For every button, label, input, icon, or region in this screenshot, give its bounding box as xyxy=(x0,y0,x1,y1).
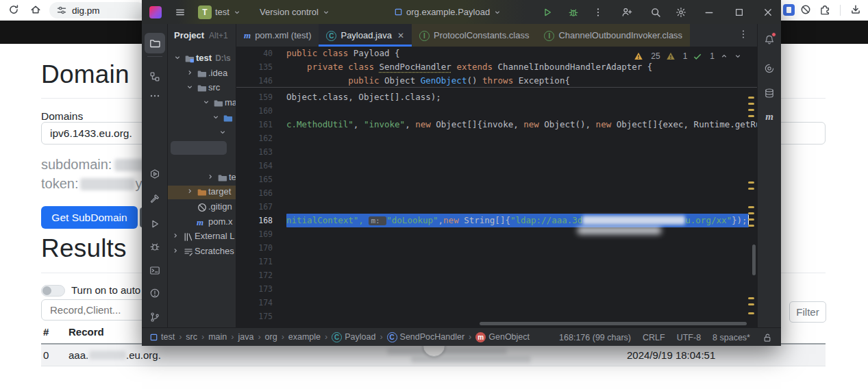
tree-item-src[interactable]: src xyxy=(168,81,236,95)
vertical-scrollbar[interactable] xyxy=(752,244,756,275)
tree-item-pom.x[interactable]: mpom.x xyxy=(168,216,236,229)
breadcrumb-item-org[interactable]: org xyxy=(265,332,277,342)
run-icon[interactable] xyxy=(542,0,553,24)
lock-open-icon[interactable] xyxy=(762,332,773,343)
site-settings-icon[interactable] xyxy=(56,5,67,16)
tree-item-.gitign[interactable]: .gitign xyxy=(168,201,236,214)
tool-ai-assistant-button[interactable] xyxy=(759,58,780,79)
tool-project-folder-button[interactable] xyxy=(145,33,165,53)
chevron-down-icon xyxy=(322,8,330,16)
tab-payload-java[interactable]: CPayload.java✕ xyxy=(319,24,412,47)
run-config-widget[interactable]: org.example.Payload xyxy=(394,0,501,24)
chevron-down-icon[interactable] xyxy=(173,53,182,62)
chevron-right-icon[interactable] xyxy=(206,173,214,181)
extensions-puzzle-icon[interactable] xyxy=(819,4,830,15)
code-area[interactable]: 159Object.class, Object[].class);160161c… xyxy=(236,47,757,327)
close-icon[interactable]: ✕ xyxy=(397,31,404,40)
tool-terminal-button[interactable] xyxy=(145,260,165,281)
prev-problem-icon[interactable] xyxy=(720,52,728,60)
breadcrumb-item-genobject[interactable]: mGenObject xyxy=(475,332,530,342)
chevron-down-icon[interactable] xyxy=(212,113,220,121)
auto-refresh-toggle[interactable] xyxy=(41,285,65,297)
breadcrumb-item-test[interactable]: test xyxy=(149,332,175,342)
main-menu-icon[interactable] xyxy=(175,0,186,24)
tree-selection[interactable] xyxy=(171,141,227,155)
breadcrumb-item-main[interactable]: main xyxy=(208,332,227,342)
status-8-spaces-[interactable]: 8 spaces* xyxy=(712,333,750,342)
tree-item-tes[interactable]: tes xyxy=(168,171,236,185)
tree-item-label: target xyxy=(208,186,231,197)
download-icon[interactable] xyxy=(850,4,861,15)
filter-button[interactable]: Filter xyxy=(789,301,826,323)
maximize-icon[interactable] xyxy=(734,0,745,24)
breadcrumb-item-payload[interactable]: CPayload xyxy=(332,332,375,342)
minimize-icon[interactable] xyxy=(704,0,715,24)
tool-git-branch-button[interactable] xyxy=(145,307,165,327)
status-crlf[interactable]: CRLF xyxy=(643,333,665,342)
tool-problems-button[interactable] xyxy=(145,283,165,303)
tree-item-target[interactable]: target xyxy=(168,186,236,199)
status-utf-8[interactable]: UTF-8 xyxy=(677,333,701,342)
tree-item-ma[interactable]: ma xyxy=(168,97,236,110)
breadcrumb-item-sendpochandler[interactable]: CSendPocHandler xyxy=(387,332,465,342)
tool-structure-button[interactable] xyxy=(145,66,165,87)
address-bar[interactable]: dig.pm xyxy=(49,2,145,18)
settings-gear-icon[interactable] xyxy=(675,0,686,24)
tree-item-row[interactable] xyxy=(168,112,236,125)
tree-item-External L[interactable]: External L xyxy=(168,230,236,244)
reload-icon[interactable] xyxy=(8,4,19,15)
close-icon[interactable] xyxy=(762,0,773,24)
editor-area[interactable]: mpom.xml (test)CPayload.java✕IProtocolCo… xyxy=(236,24,757,327)
folder-icon xyxy=(197,83,207,93)
get-subdomain-button[interactable]: Get SubDomain xyxy=(41,206,138,229)
tree-item-row[interactable] xyxy=(168,127,236,140)
tool-run-button[interactable] xyxy=(145,214,165,234)
line-number: 164 xyxy=(236,159,273,173)
chevron-down-icon[interactable] xyxy=(202,98,210,106)
chevron-down-icon[interactable] xyxy=(219,128,227,136)
tool-database-button[interactable] xyxy=(759,83,780,103)
breadcrumb-item-example[interactable]: example xyxy=(288,332,321,342)
next-problem-icon[interactable] xyxy=(734,52,742,60)
chevron-right-icon[interactable] xyxy=(186,187,194,195)
chevron-down-icon xyxy=(233,8,241,16)
tree-item-Scratches[interactable]: Scratches xyxy=(168,245,236,259)
horizontal-scrollbar[interactable] xyxy=(480,322,747,325)
row-record-prefix: aaa. xyxy=(69,349,88,361)
tree-item-label: .idea xyxy=(208,68,227,78)
pinned-extension-icon[interactable] xyxy=(783,4,795,16)
block-icon[interactable] xyxy=(800,4,811,15)
vcs-widget[interactable]: Version control xyxy=(260,0,330,24)
tab-pom-xml-test-[interactable]: mpom.xml (test) xyxy=(236,24,319,47)
tool-debug-button[interactable] xyxy=(145,236,165,257)
code-with-me-icon[interactable] xyxy=(621,0,632,24)
tree-item-.idea[interactable]: .idea xyxy=(168,67,236,81)
debug-icon[interactable] xyxy=(568,0,579,24)
tab-channeloutboundinvoker-class[interactable]: IChannelOutboundInvoker.class xyxy=(536,24,690,47)
chevron-down-icon[interactable] xyxy=(186,83,194,91)
breadcrumb-separator: › xyxy=(469,332,471,342)
tool-maven-tool-button[interactable]: m xyxy=(759,106,780,127)
tool-more-button[interactable] xyxy=(145,86,165,106)
structure-icon xyxy=(149,71,160,82)
status-168-176-99-chars-[interactable]: 168:176 (99 chars) xyxy=(559,333,631,342)
notification-badge xyxy=(771,32,776,37)
search-everywhere-icon[interactable] xyxy=(650,0,661,24)
home-icon[interactable] xyxy=(30,4,41,15)
more-actions-icon[interactable] xyxy=(593,0,604,24)
tool-build-button[interactable] xyxy=(145,188,165,209)
breadcrumb-item-java[interactable]: java xyxy=(238,332,253,342)
folder-icon xyxy=(217,173,227,183)
tool-notifications-button[interactable] xyxy=(759,29,780,50)
tool-services-button[interactable] xyxy=(145,164,165,184)
breadcrumb-item-src[interactable]: src xyxy=(186,332,197,342)
chevron-right-icon[interactable] xyxy=(171,247,179,255)
chevron-right-icon[interactable] xyxy=(171,231,179,240)
chevron-right-icon[interactable] xyxy=(186,68,194,77)
project-widget[interactable]: T test xyxy=(198,0,241,24)
inspections-widget[interactable]: 25 1 1 xyxy=(634,51,742,61)
tab-protocolconstants-class[interactable]: IProtocolConstants.class xyxy=(412,24,536,47)
tab-options-icon[interactable] xyxy=(738,29,749,40)
tree-item-row[interactable] xyxy=(168,156,236,170)
tree-item-test[interactable]: testD:\s xyxy=(168,52,236,66)
